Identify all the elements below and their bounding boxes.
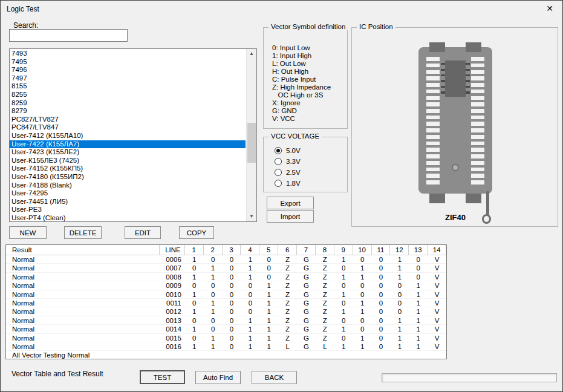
export-button[interactable]: Export — [267, 197, 314, 209]
chip-list[interactable]: 74937495749674978155825582598279PC827/LT… — [9, 48, 257, 222]
list-item[interactable]: 8279 — [10, 107, 246, 116]
table-row[interactable]: Normal000900001ZGZ00001V — [6, 281, 446, 290]
pin-cell: 1 — [259, 316, 278, 324]
list-item[interactable]: User-РТ4 (Clean) — [10, 214, 246, 222]
vcc-option-2.5v[interactable]: 2.5V — [275, 167, 301, 178]
list-item[interactable]: 8155 — [10, 82, 246, 91]
pin-cell: Z — [278, 290, 297, 298]
list-item[interactable]: 7495 — [10, 58, 246, 67]
scroll-down-icon[interactable]: ▼ — [247, 212, 256, 221]
list-item[interactable]: 7497 — [10, 74, 246, 83]
pin-cell: Z — [316, 316, 334, 324]
socket-slots-left — [426, 57, 440, 185]
list-item[interactable]: User-74152 (К155КП5) — [10, 165, 246, 173]
column-header[interactable]: 5 — [259, 245, 278, 255]
pin-cell: 0 — [223, 264, 241, 272]
table-row[interactable]: Normal001501011ZGZ01011V — [6, 334, 446, 342]
table-row[interactable]: Normal001410011ZGZ10011V — [6, 325, 446, 333]
new-button[interactable]: NEW — [9, 226, 47, 239]
table-row[interactable]: Normal000811010ZGZ11010V — [6, 273, 446, 281]
vcc-option-3.3v[interactable]: 3.3V — [275, 156, 301, 167]
table-row[interactable]: Normal001611011LGL11011V — [6, 342, 446, 351]
search-input[interactable] — [9, 29, 128, 42]
pin-cell: 0 — [185, 299, 204, 307]
column-header[interactable]: 6 — [278, 245, 297, 255]
vcc-option-5.0v[interactable]: 5.0V — [275, 145, 301, 156]
pin-cell: 1 — [185, 290, 204, 298]
test-button[interactable]: TEST — [140, 370, 185, 384]
table-row[interactable]: Normal000701010ZGZ01010V — [6, 264, 446, 272]
back-button[interactable]: BACK — [252, 371, 297, 384]
vector-result-table[interactable]: ResultLINE1234567891011121314 Normal0006… — [5, 244, 447, 359]
vcc-option-label: 1.8V — [286, 180, 301, 187]
column-header[interactable]: 1 — [185, 245, 204, 255]
scrollbar-thumb[interactable] — [247, 123, 256, 163]
list-item[interactable]: 7493 — [10, 50, 246, 58]
auto-find-button[interactable]: Auto Find — [195, 371, 241, 384]
list-item[interactable]: User-74295 — [10, 189, 246, 198]
column-header[interactable]: 11 — [372, 245, 391, 255]
pin-cell: 0 — [353, 281, 372, 289]
column-header[interactable]: 8 — [316, 245, 334, 255]
list-item[interactable]: User-74451 (ЛИ5) — [10, 198, 246, 206]
list-item[interactable]: User-7412 (К155ЛА10) — [10, 132, 246, 140]
pin-cell: Z — [316, 290, 334, 298]
list-item[interactable]: User-74180 (К155ИП2) — [10, 173, 246, 181]
list-item[interactable]: User-74188 (Blank) — [10, 181, 246, 190]
pin-cell: 1 — [204, 273, 223, 281]
list-item[interactable]: PC847/LTV847 — [10, 123, 246, 132]
window-title: Logic Test — [7, 5, 39, 13]
scrollbar-track[interactable] — [247, 59, 256, 212]
scroll-up-icon[interactable]: ▲ — [247, 49, 256, 59]
column-header[interactable]: Result — [6, 245, 160, 255]
list-item[interactable]: 7496 — [10, 66, 246, 74]
pin-cell: 1 — [390, 334, 409, 342]
import-button[interactable]: Import — [267, 210, 314, 223]
close-icon[interactable]: ✕ — [544, 4, 555, 13]
vcc-option-label: 5.0V — [286, 147, 301, 154]
vcc-options: 5.0V3.3V2.5V1.8V — [275, 145, 301, 189]
column-header[interactable]: 9 — [334, 245, 353, 255]
vector-symbol-lines: 0: Input Low1: Input HighL: Out LowH: Ou… — [272, 44, 331, 123]
progress-bar — [382, 373, 557, 382]
table-row[interactable]: Normal001211001ZGZ11001V — [6, 307, 446, 316]
column-header[interactable]: 13 — [409, 245, 428, 255]
pin-cell: L — [278, 342, 297, 350]
column-header[interactable]: 3 — [223, 245, 241, 255]
list-item[interactable]: User-7422 (К155ЛА7) — [10, 140, 246, 149]
list-item[interactable]: 8259 — [10, 99, 246, 108]
radio-icon[interactable] — [275, 180, 282, 187]
column-header[interactable]: 4 — [241, 245, 259, 255]
copy-button[interactable]: COPY — [179, 226, 214, 239]
pin-cell: 1 — [390, 255, 409, 263]
column-header[interactable]: 2 — [204, 245, 223, 255]
list-item[interactable]: User-РЕ3 — [10, 206, 246, 214]
vcc-option-1.8v[interactable]: 1.8V — [275, 178, 301, 189]
table-row[interactable]: Normal001101001ZGZ01001V — [6, 299, 446, 307]
list-scrollbar[interactable]: ▲ ▼ — [246, 49, 256, 221]
column-header[interactable]: 14 — [428, 245, 446, 255]
radio-icon[interactable] — [275, 169, 282, 176]
column-header[interactable]: LINE — [160, 245, 185, 255]
footer-cell: All Vector Testing Normal — [6, 351, 446, 359]
column-header[interactable]: 7 — [297, 245, 316, 255]
edit-button[interactable]: EDIT — [125, 226, 161, 239]
radio-icon[interactable] — [275, 147, 282, 154]
list-item[interactable]: PC827/LTV827 — [10, 116, 246, 124]
list-item[interactable]: User-К155ЛЕ3 (7425) — [10, 157, 246, 165]
pin-cell: 1 — [185, 307, 204, 315]
column-header[interactable]: 12 — [390, 245, 409, 255]
pin-cell: 1 — [185, 325, 204, 333]
pin-cell: G — [297, 325, 316, 333]
delete-button[interactable]: DELETE — [64, 226, 102, 239]
ic-position-group: IC Position ZIF40 — [351, 27, 558, 227]
table-row[interactable]: Normal000610010ZGZ10010V — [6, 255, 446, 264]
pin-cell: Z — [316, 273, 334, 281]
table-row[interactable]: Normal001300011ZGZ00011V — [6, 316, 446, 325]
list-item[interactable]: User-7423 (К155ЛЕ2) — [10, 148, 246, 157]
radio-icon[interactable] — [275, 158, 282, 165]
list-item[interactable]: 8255 — [10, 91, 246, 99]
column-header[interactable]: 10 — [353, 245, 372, 255]
pin-cell: 1 — [334, 255, 353, 263]
table-row[interactable]: Normal001010001ZGZ10001V — [6, 290, 446, 299]
